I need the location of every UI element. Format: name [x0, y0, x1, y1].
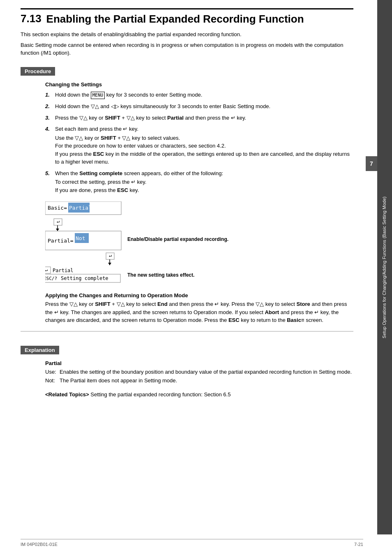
step-1-num: 1.	[45, 91, 53, 99]
explanation-use-text: Enables the setting of the boundary posi…	[60, 368, 352, 376]
explanation-section: Partial Use: Enables the setting of the …	[45, 360, 353, 398]
section-divider	[21, 331, 353, 332]
step-3-content: Press the ▽△ key or SHIFT + ▽△ key to se…	[55, 114, 353, 122]
svg-marker-7	[56, 229, 59, 231]
step-4-num: 4.	[45, 125, 53, 133]
menu-key: MENU	[91, 92, 105, 99]
apply-section: Applying the Changes and Returning to Op…	[45, 292, 353, 324]
chapter-number: 7	[370, 160, 373, 167]
step-5: 5. When the Setting complete screen appe…	[45, 169, 353, 194]
intro-text-1: This section explains the details of ena…	[21, 30, 353, 39]
procedure-label-box: Procedure	[21, 60, 353, 81]
explanation-not-text: The Partial item does not appear in Sett…	[60, 377, 177, 385]
svg-text:Partial: Partial	[53, 268, 74, 273]
section-number: 7.13	[21, 13, 42, 25]
step-1-content: Hold down the MENU key for 3 seconds to …	[55, 91, 353, 99]
svg-text:Enable/Disable partial expande: Enable/Disable partial expanded recordin…	[127, 236, 228, 242]
step-2: 2. Hold down the ▽△ and ◁▷ keys simultan…	[45, 102, 353, 111]
apply-title: Applying the Changes and Returning to Op…	[45, 292, 353, 298]
svg-text:↵: ↵	[45, 267, 48, 273]
svg-marker-16	[108, 263, 111, 265]
svg-text:Partial: Partial	[69, 205, 92, 211]
sidebar-text: Setup Operations for Changing/Adding Fun…	[381, 197, 387, 338]
step-3-num: 3.	[45, 114, 53, 122]
svg-text:The new setting takes effect.: The new setting takes effect.	[127, 272, 194, 278]
step-5-content: When the Setting complete screen appears…	[55, 169, 353, 194]
explanation-use: Use: Enables the setting of the boundary…	[45, 368, 353, 376]
svg-text:ESC/?: ESC/?	[45, 276, 57, 281]
changing-settings-title: Changing the Settings	[45, 81, 353, 88]
svg-text:↵: ↵	[109, 252, 112, 258]
section-title: Enabling the Partial Expanded Recording …	[46, 13, 304, 25]
svg-text:↵: ↵	[57, 218, 60, 224]
step-3: 3. Press the ▽△ key or SHIFT + ▽△ key to…	[45, 114, 353, 122]
apply-text: Press the ▽△ key or SHIFT + ▽△ key to se…	[45, 300, 353, 324]
related-topics-label: <Related Topics>	[45, 391, 89, 398]
section-heading: 7.13 Enabling the Partial Expanded Recor…	[21, 9, 353, 25]
step-2-num: 2.	[45, 102, 53, 111]
explanation-subtitle: Partial	[45, 360, 353, 366]
svg-text:Not: Not	[76, 235, 85, 241]
explanation-not: Not: The Partial item does not appear in…	[45, 377, 353, 385]
page-container: Setup Operations for Changing/Adding Fun…	[0, 0, 392, 555]
related-topics: <Related Topics> Setting the partial exp…	[45, 391, 353, 398]
related-topics-text: Setting the partial expanded recording f…	[90, 391, 231, 398]
procedure-label: Procedure	[21, 67, 55, 76]
footer: IM 04P02B01-01E 7-21	[21, 539, 363, 547]
step-2-content: Hold down the ▽△ and ◁▷ keys simultaneou…	[55, 102, 353, 111]
steps-list: 1. Hold down the MENU key for 3 seconds …	[45, 91, 353, 194]
step-4: 4. Set each item and press the ↵ key. Us…	[45, 125, 353, 166]
explanation-label-box: Explanation	[21, 338, 353, 360]
main-content: 7.13 Enabling the Partial Expanded Recor…	[0, 0, 366, 406]
explanation-not-label: Not:	[45, 377, 60, 385]
svg-text:Basic=: Basic=	[48, 205, 67, 211]
intro-text-2: Basic Setting mode cannot be entered whe…	[21, 41, 353, 57]
explanation-label: Explanation	[21, 346, 59, 354]
step-1: 1. Hold down the MENU key for 3 seconds …	[45, 91, 353, 99]
svg-text:Partial=: Partial=	[48, 238, 74, 244]
svg-text:Setting complete: Setting complete	[61, 275, 108, 281]
right-sidebar: Setup Operations for Changing/Adding Fun…	[377, 0, 392, 534]
chapter-tab: 7	[366, 156, 377, 171]
footer-left: IM 04P02B01-01E	[21, 542, 58, 547]
procedure-diagram: Basic= Partial ↵ Partial= Not Enable/Dis…	[45, 201, 259, 284]
footer-right: 7-21	[354, 542, 363, 547]
explanation-use-label: Use:	[45, 368, 60, 376]
step-4-content: Set each item and press the ↵ key. Use t…	[55, 125, 353, 166]
step-5-num: 5.	[45, 169, 53, 178]
